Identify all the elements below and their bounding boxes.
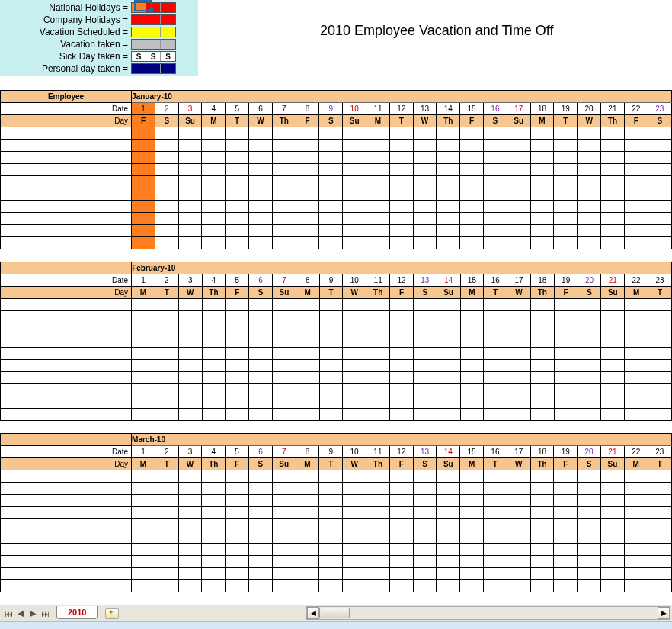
grid-cell[interactable] (296, 164, 319, 176)
grid-cell[interactable] (272, 519, 296, 531)
grid-cell[interactable] (484, 311, 507, 323)
grid-cell[interactable] (249, 544, 273, 556)
grid-cell[interactable] (132, 495, 155, 507)
scroll-left-icon[interactable]: ◀ (307, 607, 319, 619)
grid-cell[interactable] (484, 507, 507, 519)
grid-cell[interactable] (319, 201, 343, 213)
dayname-cell[interactable]: Su (507, 115, 530, 127)
grid-cell[interactable] (601, 409, 625, 421)
grid-cell[interactable] (648, 519, 671, 531)
grid-cell[interactable] (202, 544, 226, 556)
grid-cell[interactable] (155, 360, 178, 372)
grid-cell[interactable] (178, 483, 202, 495)
dayname-cell[interactable]: Th (202, 287, 226, 299)
grid-cell[interactable] (178, 360, 202, 372)
grid-cell[interactable] (319, 299, 343, 311)
grid-cell[interactable] (648, 580, 671, 592)
grid-cell[interactable] (389, 470, 413, 483)
dayname-cell[interactable]: S (578, 458, 601, 470)
grid-cell[interactable] (437, 335, 460, 348)
grid-cell[interactable] (554, 188, 578, 201)
dayname-cell[interactable]: W (178, 287, 202, 299)
grid-cell[interactable] (178, 164, 202, 176)
grid-cell[interactable] (155, 201, 178, 213)
grid-cell[interactable] (437, 384, 460, 396)
grid-cell[interactable] (296, 213, 319, 225)
grid-cell[interactable] (202, 568, 226, 580)
grid-cell[interactable] (437, 470, 460, 483)
grid-cell[interactable] (437, 556, 460, 568)
date-cell[interactable]: 3 (178, 274, 202, 287)
grid-cell[interactable] (460, 470, 484, 483)
grid-cell[interactable] (601, 470, 625, 483)
grid-cell[interactable] (249, 311, 273, 323)
grid-cell[interactable] (554, 213, 578, 225)
grid-cell[interactable] (554, 164, 578, 176)
grid-cell[interactable] (272, 556, 296, 568)
grid-cell[interactable] (343, 127, 366, 140)
grid-cell[interactable] (319, 140, 343, 152)
date-cell[interactable]: 13 (413, 446, 437, 458)
grid-cell[interactable] (390, 348, 414, 360)
grid-cell[interactable] (624, 495, 648, 507)
grid-cell[interactable] (226, 311, 249, 323)
grid-cell[interactable] (460, 201, 484, 213)
grid-cell[interactable] (366, 544, 390, 556)
dayname-cell[interactable]: Su (601, 458, 625, 470)
grid-cell[interactable] (178, 372, 202, 384)
dayname-cell[interactable]: T (554, 115, 578, 127)
dayname-cell[interactable]: M (366, 115, 390, 127)
grid-cell[interactable] (601, 580, 625, 592)
grid-cell[interactable] (272, 237, 296, 249)
grid-cell[interactable] (155, 323, 178, 335)
grid-cell[interactable] (484, 396, 507, 409)
grid-cell[interactable] (578, 335, 601, 348)
employee-cell[interactable] (1, 360, 132, 372)
grid-cell[interactable] (296, 580, 319, 592)
grid-cell[interactable] (460, 556, 484, 568)
grid-cell[interactable] (648, 152, 671, 164)
grid-cell[interactable] (554, 237, 578, 249)
grid-cell[interactable] (296, 470, 319, 483)
grid-cell[interactable] (484, 409, 507, 421)
date-cell[interactable]: 5 (226, 103, 249, 115)
grid-cell[interactable] (226, 152, 249, 164)
grid-cell[interactable] (132, 225, 155, 237)
grid-cell[interactable] (648, 531, 671, 544)
grid-cell[interactable] (530, 299, 554, 311)
grid-cell[interactable] (132, 299, 155, 311)
grid-cell[interactable] (178, 580, 202, 592)
grid-cell[interactable] (296, 335, 319, 348)
grid-cell[interactable] (507, 213, 530, 225)
date-cell[interactable]: 7 (273, 274, 296, 287)
grid-cell[interactable] (554, 384, 578, 396)
dayname-cell[interactable]: T (155, 458, 178, 470)
employee-cell[interactable] (1, 519, 132, 531)
grid-cell[interactable] (132, 237, 155, 249)
grid-cell[interactable] (343, 544, 366, 556)
grid-cell[interactable] (484, 483, 507, 495)
employee-cell[interactable] (1, 470, 132, 483)
grid-cell[interactable] (648, 323, 672, 335)
grid-cell[interactable] (484, 470, 507, 483)
grid-cell[interactable] (389, 568, 413, 580)
horizontal-scrollbar[interactable]: ◀ ▶ (306, 606, 670, 620)
dayname-cell[interactable]: T (648, 458, 671, 470)
employee-cell[interactable] (1, 213, 132, 225)
dayname-cell[interactable]: F (132, 115, 155, 127)
grid-cell[interactable] (272, 225, 296, 237)
grid-cell[interactable] (390, 384, 414, 396)
grid-cell[interactable] (343, 519, 366, 531)
grid-cell[interactable] (554, 225, 578, 237)
grid-cell[interactable] (202, 225, 226, 237)
date-cell[interactable]: 20 (578, 446, 601, 458)
grid-cell[interactable] (507, 495, 530, 507)
grid-cell[interactable] (507, 568, 530, 580)
grid-cell[interactable] (389, 237, 413, 249)
grid-cell[interactable] (319, 237, 343, 249)
grid-cell[interactable] (296, 396, 319, 409)
grid-cell[interactable] (530, 384, 554, 396)
grid-cell[interactable] (507, 544, 530, 556)
grid-cell[interactable] (507, 127, 530, 140)
employee-cell[interactable] (1, 140, 132, 152)
